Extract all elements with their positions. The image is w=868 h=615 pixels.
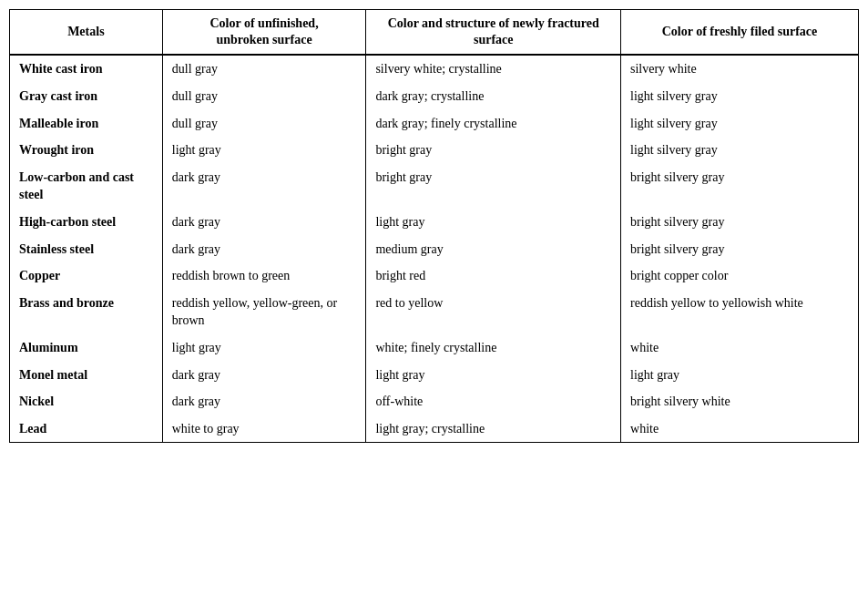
cell-fractured: light gray: [366, 209, 621, 236]
cell-fractured: red to yellow: [366, 290, 621, 334]
cell-metal: Wrought iron: [10, 137, 163, 164]
cell-unfinished: white to gray: [162, 415, 366, 443]
table-row: White cast irondull graysilvery white; c…: [10, 55, 859, 83]
table-row: Malleable irondull graydark gray; finely…: [10, 110, 859, 138]
cell-unfinished: reddish yellow, yellow-green, or brown: [162, 290, 366, 334]
cell-filed: light gray: [621, 362, 859, 389]
cell-metal: Monel metal: [10, 362, 163, 389]
table-row: Copperreddish brown to greenbright redbr…: [10, 262, 859, 290]
cell-fractured: bright gray: [366, 137, 621, 164]
table-row: Nickeldark grayoff-whitebright silvery w…: [10, 388, 859, 415]
cell-filed: light silvery gray: [621, 83, 859, 110]
cell-metal: Malleable iron: [10, 110, 163, 138]
cell-fractured: bright red: [366, 262, 621, 290]
table-header-row: Metals Color of unfinished,unbroken surf…: [10, 10, 859, 56]
table-row: Low-carbon and cast steeldark graybright…: [10, 164, 859, 209]
cell-metal: Brass and bronze: [10, 290, 163, 334]
cell-filed: light silvery gray: [621, 137, 859, 164]
cell-filed: silvery white: [621, 55, 859, 83]
cell-filed: bright silvery gray: [621, 209, 859, 236]
table-row: Wrought ironlight graybright graylight s…: [10, 137, 859, 164]
cell-fractured: medium gray: [366, 236, 621, 263]
cell-unfinished: dull gray: [162, 55, 366, 83]
cell-unfinished: reddish brown to green: [162, 262, 366, 290]
cell-filed: white: [621, 334, 859, 362]
table-row: Aluminumlight graywhite; finely crystall…: [10, 334, 859, 362]
table-row: Stainless steeldark graymedium graybrigh…: [10, 236, 859, 263]
metals-table: Metals Color of unfinished,unbroken surf…: [9, 9, 859, 443]
header-unfinished: Color of unfinished,unbroken surface: [162, 10, 366, 56]
cell-unfinished: light gray: [162, 334, 366, 362]
cell-fractured: bright gray: [366, 164, 621, 209]
cell-metal: Low-carbon and cast steel: [10, 164, 163, 209]
metals-table-container: Metals Color of unfinished,unbroken surf…: [9, 9, 859, 443]
cell-metal: High-carbon steel: [10, 209, 163, 236]
cell-unfinished: dark gray: [162, 388, 366, 415]
cell-metal: Copper: [10, 262, 163, 290]
cell-filed: bright copper color: [621, 262, 859, 290]
cell-metal: White cast iron: [10, 55, 163, 83]
cell-unfinished: dark gray: [162, 362, 366, 389]
cell-unfinished: dark gray: [162, 209, 366, 236]
cell-metal: Nickel: [10, 388, 163, 415]
header-fractured: Color and structure of newly fractured s…: [366, 10, 621, 56]
cell-unfinished: light gray: [162, 137, 366, 164]
header-filed: Color of freshly filed surface: [621, 10, 859, 56]
cell-metal: Gray cast iron: [10, 83, 163, 110]
cell-fractured: light gray; crystalline: [366, 415, 621, 443]
cell-metal: Aluminum: [10, 334, 163, 362]
cell-unfinished: dull gray: [162, 83, 366, 110]
cell-unfinished: dark gray: [162, 236, 366, 263]
header-metals: Metals: [10, 10, 163, 56]
table-row: Brass and bronzereddish yellow, yellow-g…: [10, 290, 859, 334]
table-row: High-carbon steeldark graylight graybrig…: [10, 209, 859, 236]
cell-metal: Stainless steel: [10, 236, 163, 263]
cell-unfinished: dull gray: [162, 110, 366, 138]
cell-fractured: white; finely crystalline: [366, 334, 621, 362]
cell-fractured: dark gray; crystalline: [366, 83, 621, 110]
cell-filed: white: [621, 415, 859, 443]
cell-fractured: off-white: [366, 388, 621, 415]
cell-fractured: dark gray; finely crystalline: [366, 110, 621, 138]
cell-filed: reddish yellow to yellowish white: [621, 290, 859, 334]
cell-fractured: light gray: [366, 362, 621, 389]
cell-filed: light silvery gray: [621, 110, 859, 138]
cell-filed: bright silvery gray: [621, 236, 859, 263]
cell-filed: bright silvery gray: [621, 164, 859, 209]
cell-fractured: silvery white; crystalline: [366, 55, 621, 83]
table-row: Monel metaldark graylight graylight gray: [10, 362, 859, 389]
table-row: Leadwhite to graylight gray; crystalline…: [10, 415, 859, 443]
cell-filed: bright silvery white: [621, 388, 859, 415]
table-row: Gray cast irondull graydark gray; crysta…: [10, 83, 859, 110]
cell-unfinished: dark gray: [162, 164, 366, 209]
cell-metal: Lead: [10, 415, 163, 443]
